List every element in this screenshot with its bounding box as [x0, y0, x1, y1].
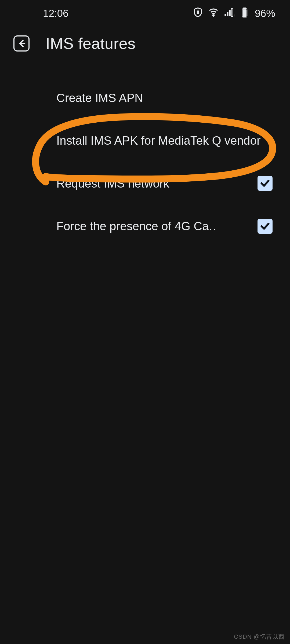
item-force-4g[interactable]: Force the presence of 4G Ca‥: [0, 205, 290, 247]
settings-list: Create IMS APN Install IMS APK for Media…: [0, 68, 290, 248]
svg-rect-6: [229, 10, 231, 16]
item-install-ims-apk[interactable]: Install IMS APK for MediaTek Q vendor: [0, 119, 290, 162]
checkbox-request-ims[interactable]: [258, 176, 273, 191]
svg-text:!: !: [234, 13, 234, 18]
checkbox-force-4g[interactable]: [258, 219, 273, 234]
app-header: IMS features: [0, 27, 290, 68]
check-icon: [259, 220, 271, 232]
status-left: 12:06: [43, 8, 76, 19]
shield-icon: [193, 7, 203, 20]
item-request-ims-network[interactable]: Request IMS network: [0, 162, 290, 205]
status-time: 12:06: [43, 8, 68, 19]
svg-rect-11: [243, 9, 247, 17]
arrow-left-icon: [17, 39, 26, 48]
item-label: Force the presence of 4G Ca‥: [56, 218, 223, 234]
svg-point-3: [213, 15, 214, 16]
watermark: CSDN @忆昔以西: [234, 633, 285, 641]
item-label: Request IMS network: [56, 175, 258, 191]
status-bar: 12:06 ! 96%: [0, 0, 290, 27]
back-button[interactable]: [13, 35, 30, 52]
svg-rect-7: [231, 8, 233, 16]
svg-rect-4: [224, 14, 226, 16]
battery-percent: 96%: [255, 8, 275, 19]
item-label: Create IMS APN: [56, 90, 273, 106]
svg-rect-2: [197, 11, 198, 13]
battery-icon: [239, 7, 250, 20]
wifi-icon: [208, 7, 219, 20]
page-title: IMS features: [46, 34, 136, 52]
svg-rect-5: [227, 12, 229, 16]
status-right: ! 96%: [193, 7, 275, 20]
item-label: Install IMS APK for MediaTek Q vendor: [56, 133, 273, 148]
check-icon: [259, 177, 271, 189]
item-create-ims-apn[interactable]: Create IMS APN: [0, 76, 290, 119]
signal-icon: !: [224, 7, 234, 20]
